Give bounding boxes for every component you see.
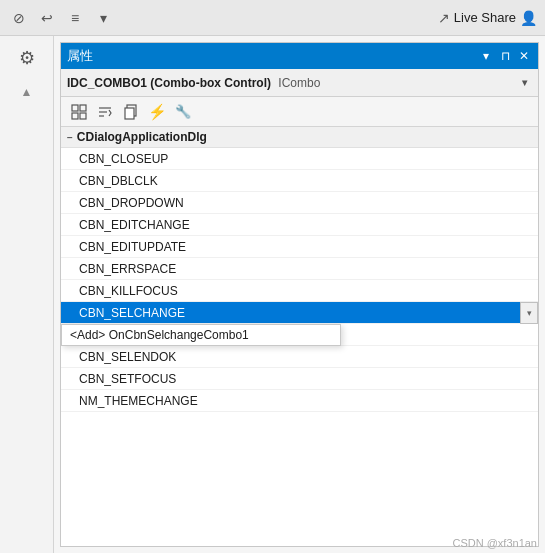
- events-container: CBN_CLOSEUPCBN_DBLCLKCBN_DROPDOWNCBN_EDI…: [61, 148, 538, 412]
- live-share-user-icon: 👤: [520, 10, 537, 26]
- scroll-arrow-right[interactable]: ▾: [520, 302, 538, 324]
- dropdown-item[interactable]: <Add> OnCbnSelchangeCombo1: [62, 325, 340, 345]
- live-share-icon: ↗: [438, 10, 450, 26]
- combo-dropdown-btn[interactable]: ▾: [516, 75, 532, 91]
- main-area: 属性 ▾ ⊓ ✕ IDC_COMBO1 (Combo-box Control) …: [54, 36, 545, 553]
- live-share-area[interactable]: ↗ Live Share 👤: [438, 10, 537, 26]
- event-name: CBN_SELCHANGE: [79, 306, 185, 320]
- event-row[interactable]: CBN_SETFOCUS: [61, 368, 538, 390]
- event-name: CBN_KILLFOCUS: [79, 284, 178, 298]
- event-dropdown: <Add> OnCbnSelchangeCombo1: [61, 324, 341, 346]
- event-name: CBN_DROPDOWN: [79, 196, 184, 210]
- chevron-icon[interactable]: ▾: [92, 7, 114, 29]
- svg-rect-8: [125, 108, 134, 119]
- watermark: CSDN @xf3n1an: [452, 537, 537, 549]
- event-row[interactable]: CBN_DBLCLK: [61, 170, 538, 192]
- event-name: CBN_CLOSEUP: [79, 152, 168, 166]
- events-list[interactable]: − CDialogApplicationDlg CBN_CLOSEUPCBN_D…: [61, 127, 538, 546]
- event-row[interactable]: CBN_SELENDOK: [61, 346, 538, 368]
- event-row[interactable]: CBN_CLOSEUP: [61, 148, 538, 170]
- undo-icon[interactable]: ↩: [36, 7, 58, 29]
- toolbar-grid-btn[interactable]: [67, 100, 91, 124]
- panel-title-actions: ▾ ⊓ ✕: [478, 48, 532, 64]
- event-row[interactable]: CBN_ERRSPACE: [61, 258, 538, 280]
- top-bar: ⊘ ↩ ≡ ▾ ↗ Live Share 👤: [0, 0, 545, 36]
- panel-title-text: 属性: [67, 47, 474, 65]
- svg-rect-2: [72, 113, 78, 119]
- left-sidebar: ⚙ ▲: [0, 36, 54, 553]
- section-header[interactable]: − CDialogApplicationDlg: [61, 127, 538, 148]
- live-share-label: Live Share: [454, 10, 516, 25]
- sidebar-scroll-up[interactable]: ▲: [9, 82, 45, 102]
- sidebar-top: ⚙ ▲: [0, 36, 53, 108]
- toolbar-wrench-btn[interactable]: 🔧: [171, 100, 195, 124]
- event-name: CBN_SETFOCUS: [79, 372, 176, 386]
- panel-close-btn[interactable]: ✕: [516, 48, 532, 64]
- top-bar-icons: ⊘ ↩ ≡ ▾: [8, 7, 114, 29]
- panel-dropdown-btn[interactable]: ▾: [478, 48, 494, 64]
- pin-icon[interactable]: ⊘: [8, 7, 30, 29]
- event-name: CBN_ERRSPACE: [79, 262, 176, 276]
- section-label: CDialogApplicationDlg: [77, 130, 207, 144]
- event-name: NM_THEMECHANGE: [79, 394, 198, 408]
- menu-icon[interactable]: ≡: [64, 7, 86, 29]
- event-row[interactable]: NM_THEMECHANGE: [61, 390, 538, 412]
- panel-pin-btn[interactable]: ⊓: [497, 48, 513, 64]
- event-row[interactable]: CBN_KILLFOCUS: [61, 280, 538, 302]
- properties-panel: 属性 ▾ ⊓ ✕ IDC_COMBO1 (Combo-box Control) …: [60, 42, 539, 547]
- svg-rect-1: [80, 105, 86, 111]
- svg-rect-3: [80, 113, 86, 119]
- toolbar-sort-btn[interactable]: [93, 100, 117, 124]
- svg-rect-0: [72, 105, 78, 111]
- panel-title-bar: 属性 ▾ ⊓ ✕: [61, 43, 538, 69]
- combo-selector-type: ICombo: [275, 76, 320, 90]
- toolbar-copy-btn[interactable]: [119, 100, 143, 124]
- event-name: CBN_EDITUPDATE: [79, 240, 186, 254]
- event-row[interactable]: CBN_EDITUPDATE: [61, 236, 538, 258]
- event-row[interactable]: CBN_DROPDOWN: [61, 192, 538, 214]
- event-row[interactable]: CBN_SELCHANGE: [61, 302, 538, 324]
- event-row[interactable]: CBN_EDITCHANGE: [61, 214, 538, 236]
- section-collapse-icon: −: [67, 132, 73, 143]
- combo-selector-name: IDC_COMBO1 (Combo-box Control): [67, 76, 271, 90]
- event-name: CBN_EDITCHANGE: [79, 218, 190, 232]
- event-name: CBN_DBLCLK: [79, 174, 158, 188]
- combo-selector: IDC_COMBO1 (Combo-box Control) ICombo ▾: [61, 69, 538, 97]
- toolbar-lightning-btn[interactable]: ⚡: [145, 100, 169, 124]
- toolbar-row: ⚡ 🔧: [61, 97, 538, 127]
- event-row[interactable]: CBN_S▾<Add> OnCbnSelchangeCombo1: [61, 324, 538, 346]
- sidebar-icon-gear[interactable]: ⚙: [9, 42, 45, 74]
- event-name: CBN_SELENDOK: [79, 350, 176, 364]
